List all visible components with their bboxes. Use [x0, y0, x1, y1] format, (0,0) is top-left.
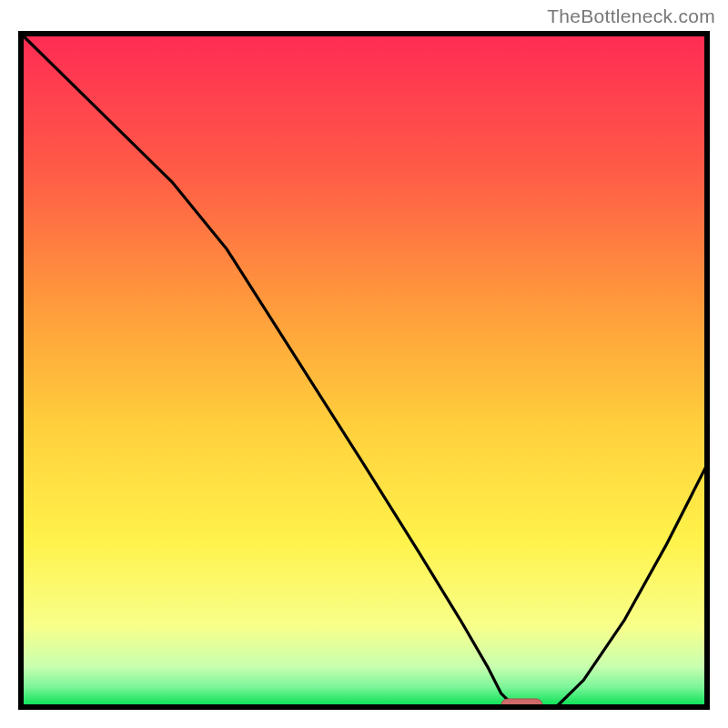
- chart-container: TheBottleneck.com: [0, 0, 728, 728]
- chart-svg: [18, 31, 710, 710]
- watermark-text: TheBottleneck.com: [547, 5, 715, 27]
- plot-area: [18, 31, 710, 710]
